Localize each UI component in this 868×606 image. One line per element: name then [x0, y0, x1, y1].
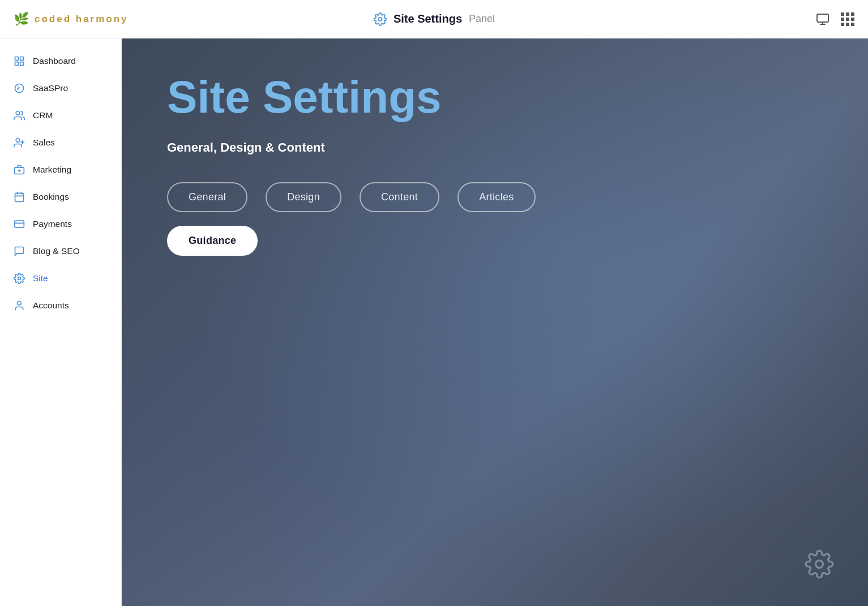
sidebar-item-dashboard[interactable]: Dashboard — [0, 48, 121, 75]
page-title-part1: Site — [167, 72, 263, 122]
header-gear-icon — [373, 12, 387, 26]
svg-rect-14 — [15, 193, 24, 201]
grid-icon[interactable] — [841, 12, 854, 26]
logo-icon: 🌿 — [14, 12, 29, 27]
svg-rect-2 — [15, 57, 19, 61]
page-title: Site Settings — [167, 72, 823, 122]
chat-icon[interactable] — [816, 12, 829, 26]
sidebar-item-blog-seo[interactable]: Blog & SEO — [0, 238, 121, 265]
sidebar-item-payments-label: Payments — [33, 219, 72, 229]
svg-rect-4 — [20, 62, 24, 66]
sidebar-item-saaspro-label: SaaSPro — [33, 83, 68, 93]
sidebar-item-sales-label: Sales — [33, 137, 55, 148]
header-panel-label: Panel — [469, 13, 495, 25]
header-right — [816, 12, 854, 26]
sidebar-item-site-label: Site — [33, 273, 48, 283]
buttons-row-1: General Design Content Articles — [167, 182, 823, 212]
sidebar-item-dashboard-label: Dashboard — [33, 56, 76, 66]
sidebar-item-bookings-label: Bookings — [33, 192, 69, 202]
svg-point-0 — [378, 18, 382, 21]
sidebar-item-marketing[interactable]: Marketing — [0, 156, 121, 183]
sidebar: Dashboard SaaSPro CRM — [0, 38, 122, 606]
svg-rect-1 — [817, 14, 828, 22]
sidebar-item-accounts[interactable]: Accounts — [0, 292, 121, 319]
dashboard-icon — [14, 55, 25, 67]
svg-point-7 — [16, 111, 20, 115]
layout: Dashboard SaaSPro CRM — [0, 38, 868, 606]
svg-rect-18 — [15, 221, 24, 227]
general-button[interactable]: General — [167, 182, 247, 212]
svg-rect-5 — [15, 62, 19, 66]
bottom-gear-icon — [805, 549, 834, 579]
svg-point-8 — [16, 139, 20, 143]
svg-point-20 — [18, 277, 21, 280]
header: 🌿 coded harmony Site Settings Panel — [0, 0, 868, 38]
page-title-part2: Settings — [263, 72, 442, 122]
articles-button[interactable]: Articles — [457, 182, 535, 212]
guidance-button[interactable]: Guidance — [167, 226, 258, 256]
svg-rect-3 — [20, 57, 24, 61]
sidebar-item-accounts-label: Accounts — [33, 300, 69, 311]
sales-icon — [14, 137, 25, 148]
sidebar-item-crm-label: CRM — [33, 110, 53, 121]
svg-point-21 — [18, 302, 22, 306]
site-icon — [14, 273, 25, 284]
sidebar-item-sales[interactable]: Sales — [0, 129, 121, 156]
main-content: Site Settings General, Design & Content … — [122, 38, 868, 606]
section-subtitle: General, Design & Content — [167, 140, 823, 155]
buttons-row-2: Guidance — [167, 226, 823, 256]
header-title: Site Settings — [394, 12, 462, 25]
payments-icon — [14, 218, 25, 230]
logo-area: 🌿 coded harmony — [14, 12, 129, 27]
saaspro-icon — [14, 83, 25, 94]
accounts-icon — [14, 300, 25, 311]
design-button[interactable]: Design — [266, 182, 341, 212]
sidebar-item-bookings[interactable]: Bookings — [0, 183, 121, 210]
sidebar-item-crm[interactable]: CRM — [0, 102, 121, 129]
content-button[interactable]: Content — [360, 182, 439, 212]
svg-point-22 — [816, 561, 823, 568]
sidebar-item-blog-seo-label: Blog & SEO — [33, 246, 80, 256]
logo-text: coded harmony — [35, 14, 129, 25]
blog-seo-icon — [14, 246, 25, 257]
sidebar-item-payments[interactable]: Payments — [0, 210, 121, 238]
marketing-icon — [14, 164, 25, 175]
header-center: Site Settings Panel — [373, 12, 495, 26]
sidebar-item-site[interactable]: Site — [0, 265, 121, 292]
sidebar-item-saaspro[interactable]: SaaSPro — [0, 75, 121, 102]
sidebar-item-marketing-label: Marketing — [33, 165, 71, 175]
bookings-icon — [14, 191, 25, 203]
crm-icon — [14, 110, 25, 121]
